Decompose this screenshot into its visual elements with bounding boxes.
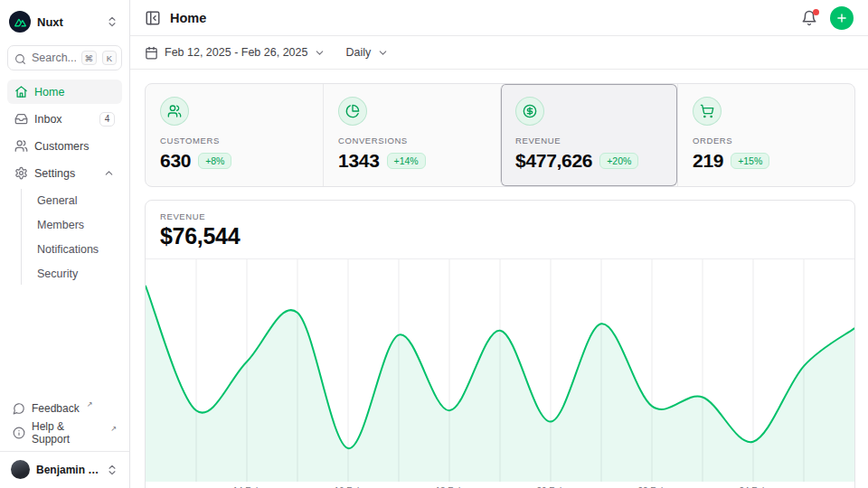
- notifications-button[interactable]: [801, 10, 817, 26]
- sidebar-item-settings[interactable]: Settings: [7, 161, 122, 185]
- stat-value: 1343: [338, 150, 380, 172]
- arrow-up-right-icon: ↗: [110, 425, 117, 433]
- sidebar-item-general[interactable]: General: [32, 189, 122, 211]
- workspace-switcher[interactable]: Nuxt: [7, 9, 122, 34]
- sidebar-item-members[interactable]: Members: [32, 213, 122, 236]
- sidebar-item-customers[interactable]: Customers: [7, 134, 122, 158]
- workspace-name: Nuxt: [37, 15, 99, 29]
- circle-dollar-icon: [515, 97, 544, 126]
- settings-subitems: General Members Notifications Security: [21, 189, 122, 285]
- chevrons-up-down-icon: [106, 15, 118, 28]
- sidebar-item-label: Home: [34, 86, 64, 99]
- stat-label: CUSTOMERS: [160, 136, 308, 145]
- date-range-picker[interactable]: Feb 12, 2025 - Feb 26, 2025: [145, 46, 326, 60]
- revenue-area-chart[interactable]: [146, 259, 854, 482]
- sidebar-item-home[interactable]: Home: [7, 80, 122, 104]
- sidebar: Nuxt Search... ⌘ K Home Inbox 4: [0, 0, 130, 488]
- pie-chart-icon: [338, 97, 367, 126]
- stat-label: ORDERS: [693, 136, 840, 145]
- kbd-k: K: [102, 51, 117, 65]
- avatar: [11, 460, 30, 479]
- sidebar-item-label: Settings: [34, 167, 75, 180]
- stat-delta-badge: +15%: [731, 153, 769, 169]
- stat-label: REVENUE: [515, 136, 663, 145]
- period-select[interactable]: Daily: [345, 46, 389, 59]
- stat-delta-badge: +14%: [387, 153, 426, 169]
- speech-bubble-icon: [13, 402, 25, 415]
- stat-delta-badge: +20%: [599, 153, 638, 169]
- content: CUSTOMERS 630 +8% CONVERSIONS 1343 +14%: [130, 70, 868, 488]
- chart-total: $76,544: [160, 223, 840, 249]
- sidebar-item-label: Customers: [34, 140, 89, 153]
- inbox-count-badge: 4: [99, 112, 115, 127]
- sidebar-item-security[interactable]: Security: [32, 262, 122, 285]
- stats-group: CUSTOMERS 630 +8% CONVERSIONS 1343 +14%: [145, 83, 855, 187]
- users-icon: [14, 139, 28, 153]
- chart-x-axis: 14 Feb16 Feb18 Feb20 Feb22 Feb24 Feb: [146, 482, 854, 488]
- help-support-label: Help & Support: [32, 420, 103, 446]
- sidebar-item-label: Inbox: [34, 113, 62, 126]
- user-menu[interactable]: Benjamin Canac: [7, 452, 122, 481]
- arrow-up-right-icon: ↗: [87, 400, 93, 408]
- search-input[interactable]: Search... ⌘ K: [7, 45, 122, 70]
- home-icon: [14, 85, 28, 99]
- user-name: Benjamin Canac: [36, 464, 99, 476]
- top-bar: Home: [130, 0, 868, 36]
- plus-icon: [835, 12, 848, 24]
- chevrons-up-down-icon: [106, 464, 118, 476]
- kbd-cmd: ⌘: [81, 51, 98, 65]
- feedback-label: Feedback: [32, 402, 80, 415]
- chevron-down-icon: [314, 47, 326, 59]
- add-button[interactable]: [830, 6, 854, 30]
- stat-value: $477,626: [515, 150, 592, 172]
- chevron-down-icon: [377, 47, 389, 59]
- chart-header: REVENUE $76,544: [146, 201, 854, 259]
- panel-left-close-icon[interactable]: [145, 10, 161, 26]
- sidebar-item-notifications[interactable]: Notifications: [32, 238, 122, 260]
- chart-svg: [146, 259, 854, 482]
- info-circle-icon: [13, 427, 25, 439]
- revenue-chart-card: REVENUE $76,544 14 Feb16 Feb18 Feb20 Feb…: [145, 200, 855, 488]
- chevron-up-icon: [103, 167, 115, 179]
- top-bar-actions: [801, 6, 854, 30]
- gear-icon: [14, 166, 28, 180]
- stat-card-orders[interactable]: ORDERS 219 +15%: [677, 84, 854, 186]
- sidebar-footer-links: Feedback ↗ Help & Support ↗: [7, 397, 122, 451]
- search-placeholder: Search...: [32, 52, 76, 64]
- stat-label: CONVERSIONS: [338, 136, 486, 145]
- help-support-link[interactable]: Help & Support ↗: [7, 421, 122, 444]
- page-title: Home: [170, 11, 206, 25]
- date-range-value: Feb 12, 2025 - Feb 26, 2025: [165, 46, 307, 59]
- users-icon: [160, 97, 189, 126]
- period-value: Daily: [345, 46, 371, 59]
- stat-delta-badge: +8%: [198, 153, 231, 169]
- toolbar: Feb 12, 2025 - Feb 26, 2025 Daily: [130, 36, 868, 70]
- nuxt-logo-icon: [9, 11, 31, 33]
- main-area: Home Feb 12, 2025 - Feb 26, 2025 Daily: [130, 0, 868, 488]
- calendar-icon: [145, 46, 158, 60]
- sidebar-item-inbox[interactable]: Inbox 4: [7, 107, 122, 131]
- feedback-link[interactable]: Feedback ↗: [7, 397, 122, 419]
- notification-dot: [813, 9, 819, 15]
- inbox-icon: [14, 112, 28, 126]
- stat-card-conversions[interactable]: CONVERSIONS 1343 +14%: [323, 84, 500, 186]
- sidebar-menu: Home Inbox 4 Customers Settings Ge: [7, 80, 122, 285]
- stat-value: 630: [160, 150, 191, 172]
- stat-value: 219: [693, 150, 723, 172]
- stat-card-customers[interactable]: CUSTOMERS 630 +8%: [146, 84, 323, 186]
- shopping-cart-icon: [693, 97, 722, 126]
- stat-card-revenue[interactable]: REVENUE $477,626 +20%: [500, 84, 677, 186]
- sidebar-spacer: [7, 285, 122, 397]
- chart-label: REVENUE: [160, 211, 840, 221]
- search-icon: [14, 52, 26, 64]
